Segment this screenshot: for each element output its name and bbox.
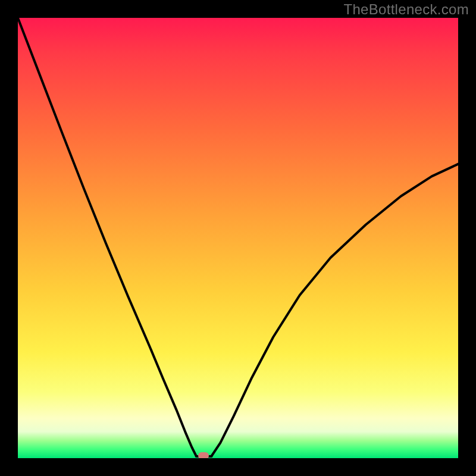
minimum-marker: [198, 452, 209, 458]
bottleneck-curve: [18, 18, 458, 458]
chart-frame: TheBottleneck.com: [0, 0, 476, 476]
curve-path: [18, 18, 458, 456]
watermark-text: TheBottleneck.com: [343, 1, 469, 18]
plot-area: [18, 18, 458, 458]
